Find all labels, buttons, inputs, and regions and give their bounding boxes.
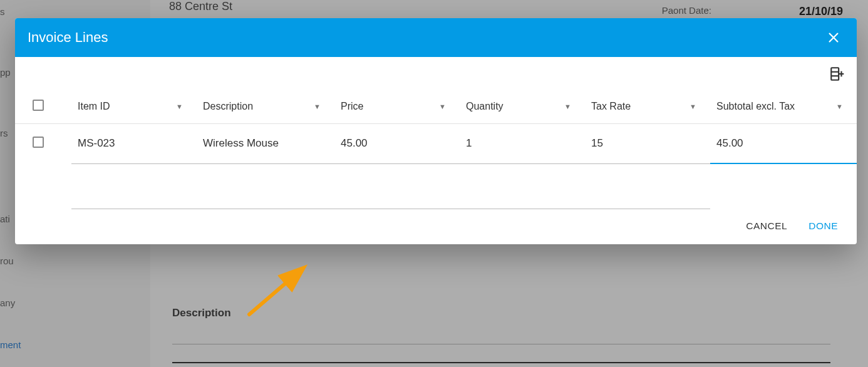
modal-header: Invoice Lines — [15, 18, 857, 57]
column-header-quantity[interactable]: Quantity▼ — [460, 90, 585, 124]
modal-footer: Cancel Done — [15, 209, 857, 244]
column-header-subtotal[interactable]: Subtotal excl. Tax▼ — [710, 90, 857, 124]
column-header-price[interactable]: Price▼ — [334, 90, 460, 124]
invoice-lines-modal: Invoice Lines — [15, 18, 857, 244]
modal-title: Invoice Lines — [28, 29, 108, 46]
done-button[interactable]: Done — [809, 220, 838, 232]
chevron-down-icon[interactable]: ▼ — [439, 103, 446, 110]
table-toolbar — [15, 57, 857, 90]
cell-description[interactable]: Wireless Mouse — [197, 124, 334, 164]
cell-tax-rate[interactable]: 15 — [585, 124, 710, 164]
column-header-item-id[interactable]: Item ID▼ — [71, 90, 197, 124]
svg-rect-2 — [831, 68, 839, 80]
column-header-description[interactable]: Description▼ — [197, 90, 334, 124]
cell-subtotal[interactable]: 45.00 — [710, 124, 857, 164]
checkbox-icon[interactable] — [33, 137, 44, 148]
cell-quantity[interactable]: 1 — [460, 124, 585, 164]
table-row-empty[interactable] — [15, 163, 857, 209]
chevron-down-icon[interactable]: ▼ — [690, 103, 696, 110]
cancel-button[interactable]: Cancel — [746, 220, 787, 232]
modal-body: Item ID▼ Description▼ Price▼ Quantity▼ T… — [15, 57, 857, 209]
chevron-down-icon[interactable]: ▼ — [176, 103, 183, 110]
checkbox-icon[interactable] — [33, 100, 44, 111]
select-all-header[interactable] — [15, 90, 71, 124]
chevron-down-icon[interactable]: ▼ — [564, 103, 571, 110]
close-icon[interactable] — [827, 31, 840, 44]
add-column-icon[interactable] — [829, 66, 845, 85]
chevron-down-icon[interactable]: ▼ — [836, 103, 843, 110]
cell-item-id[interactable]: MS-023 — [71, 124, 197, 164]
invoice-lines-table: Item ID▼ Description▼ Price▼ Quantity▼ T… — [15, 90, 857, 209]
table-row[interactable]: MS-023 Wireless Mouse 45.00 1 15 45.00 — [15, 124, 857, 164]
chevron-down-icon[interactable]: ▼ — [314, 103, 321, 110]
column-header-tax-rate[interactable]: Tax Rate▼ — [585, 90, 710, 124]
cell-price[interactable]: 45.00 — [334, 124, 460, 164]
